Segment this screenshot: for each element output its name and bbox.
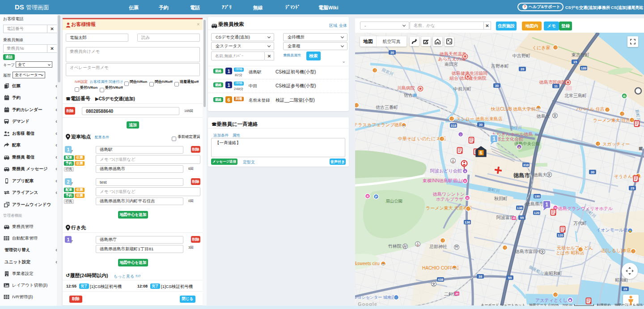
svg-text:ホテルプラザ: ホテルプラザ bbox=[436, 197, 463, 202]
svg-text:🍴: 🍴 bbox=[373, 69, 377, 73]
svg-text:♦: ♦ bbox=[464, 169, 466, 173]
svg-text:阿波おどり会館: 阿波おどり会館 bbox=[430, 168, 462, 173]
svg-text:南昭和町: 南昭和町 bbox=[544, 271, 562, 276]
svg-text:徳島グランヴィリオホテル: 徳島グランヴィリオホテル bbox=[558, 206, 613, 211]
svg-text:⛪: ⛪ bbox=[517, 145, 521, 149]
svg-text:30: 30 bbox=[390, 51, 394, 55]
svg-text:30: 30 bbox=[495, 84, 499, 88]
svg-text:徳島市富田中: 徳島市富田中 bbox=[515, 249, 542, 254]
svg-text:東横INN徳島駅眉山口: 東横INN徳島駅眉山口 bbox=[422, 178, 466, 183]
svg-text:☕: ☕ bbox=[381, 262, 386, 266]
svg-text:🍴: 🍴 bbox=[466, 207, 470, 211]
svg-text:志(しるし)本店: 志(しるし)本店 bbox=[601, 248, 631, 253]
svg-text:38: 38 bbox=[479, 275, 482, 279]
svg-text:29: 29 bbox=[631, 186, 634, 190]
svg-text:文: 文 bbox=[540, 250, 544, 254]
svg-text:中華そば いのたに 本店: 中華そば いのたに 本店 bbox=[398, 136, 446, 141]
svg-text:パパベル 住吉店: パパベル 住吉店 bbox=[576, 107, 609, 112]
svg-text:ルヨシセンター 城南店: ルヨシセンター 城南店 bbox=[355, 295, 395, 300]
svg-text:☕: ☕ bbox=[402, 124, 406, 128]
svg-text:徳島ワシントン: 徳島ワシントン bbox=[432, 192, 465, 197]
svg-text:15: 15 bbox=[573, 60, 577, 64]
svg-text:🍴: 🍴 bbox=[596, 142, 600, 146]
svg-text:11: 11 bbox=[554, 84, 558, 88]
svg-text:中前川町: 中前川町 bbox=[453, 86, 471, 91]
svg-text:テラスカフェランプ徳島: テラスカフェランプ徳島 bbox=[355, 122, 403, 127]
svg-text:東吉野町: 東吉野町 bbox=[571, 52, 589, 57]
svg-text:スガッチィー: スガッチィー bbox=[602, 142, 630, 146]
svg-text:R: R bbox=[367, 195, 369, 198]
svg-text:♪: ♪ bbox=[460, 133, 462, 137]
svg-text:徳島市: 徳島市 bbox=[513, 172, 530, 179]
svg-text:🍴: 🍴 bbox=[503, 246, 507, 250]
svg-text:🍴: 🍴 bbox=[450, 117, 454, 121]
svg-text:アスティとくしま: アスティとくしま bbox=[535, 298, 572, 303]
svg-text:H: H bbox=[464, 180, 466, 183]
svg-text:🍴: 🍴 bbox=[355, 103, 359, 107]
svg-text:🍴: 🍴 bbox=[440, 137, 444, 141]
svg-text:136: 136 bbox=[517, 206, 523, 210]
svg-text:北常三島町: 北常三島町 bbox=[564, 93, 587, 98]
svg-text:🍴: 🍴 bbox=[630, 118, 634, 122]
svg-text:318: 318 bbox=[451, 124, 457, 128]
svg-text:竹林院: 竹林院 bbox=[388, 244, 402, 249]
svg-text:元祖セルフうどん: 元祖セルフうどん bbox=[557, 245, 593, 250]
svg-text:136: 136 bbox=[465, 220, 470, 224]
svg-text:120: 120 bbox=[558, 233, 564, 237]
svg-text:☕: ☕ bbox=[537, 106, 541, 110]
svg-text:&sweets ciru: &sweets ciru bbox=[355, 261, 380, 266]
svg-text:6: 6 bbox=[480, 150, 483, 155]
svg-text:1: 1 bbox=[545, 202, 548, 208]
svg-text:徳島大: 徳島大 bbox=[533, 172, 547, 177]
svg-text:助任川: 助任川 bbox=[510, 125, 522, 130]
svg-text:⛪: ⛪ bbox=[451, 159, 455, 163]
svg-text:39: 39 bbox=[521, 67, 524, 71]
svg-text:ラーメン東大 住吉店: ラーメン東大 住吉店 bbox=[593, 118, 635, 123]
svg-text:あらたえの湯: あらたえの湯 bbox=[438, 56, 466, 61]
svg-text:☕: ☕ bbox=[453, 266, 457, 270]
svg-text:30: 30 bbox=[479, 123, 483, 127]
svg-text:秋田町: 秋田町 bbox=[494, 196, 508, 201]
svg-text:29: 29 bbox=[623, 287, 627, 291]
svg-text:⛩: ⛩ bbox=[454, 245, 458, 249]
svg-text:🍴: 🍴 bbox=[441, 239, 445, 243]
svg-text:189: 189 bbox=[581, 66, 587, 70]
svg-text:55: 55 bbox=[508, 276, 512, 280]
svg-text:イオンモール徳島: イオンモール徳島 bbox=[596, 227, 632, 232]
svg-text:吉野本町: 吉野本町 bbox=[491, 64, 509, 69]
svg-text:🔒: 🔒 bbox=[628, 229, 632, 233]
svg-text:🍴: 🍴 bbox=[554, 46, 558, 50]
svg-text:佐古: 佐古 bbox=[404, 93, 413, 98]
svg-text:55: 55 bbox=[520, 216, 524, 220]
svg-text:徳島大: 徳島大 bbox=[536, 114, 550, 119]
svg-text:🍴: 🍴 bbox=[620, 112, 624, 116]
svg-text:JR: JR bbox=[455, 292, 459, 295]
svg-text:30: 30 bbox=[591, 170, 594, 174]
svg-text:🛒: 🛒 bbox=[394, 296, 398, 300]
svg-text:190: 190 bbox=[534, 194, 540, 198]
svg-text:眉山公園: 眉山公園 bbox=[386, 198, 402, 203]
svg-text:佐古三番町: 佐古三番町 bbox=[376, 105, 398, 110]
svg-text:徳島天然温泉: 徳島天然温泉 bbox=[439, 52, 466, 56]
svg-text:♻: ♻ bbox=[623, 94, 626, 98]
svg-text:川島病院: 川島病院 bbox=[397, 86, 415, 90]
svg-text:■: ■ bbox=[569, 298, 572, 302]
svg-text:文: 文 bbox=[547, 173, 551, 177]
svg-text:快活CLUB 徳島大学前店: 快活CLUB 徳島大学前店 bbox=[491, 107, 540, 112]
svg-text:文: 文 bbox=[432, 282, 436, 286]
svg-text:P: P bbox=[375, 195, 377, 198]
svg-text:南田宮: 南田宮 bbox=[445, 62, 458, 67]
svg-text:318: 318 bbox=[523, 163, 529, 167]
svg-text:1: 1 bbox=[492, 136, 496, 142]
svg-text:🍴: 🍴 bbox=[631, 249, 636, 253]
svg-text:JR: JR bbox=[512, 217, 516, 219]
svg-text:万代町: 万代町 bbox=[573, 221, 587, 226]
svg-text:H: H bbox=[466, 197, 469, 200]
svg-text:438: 438 bbox=[438, 278, 444, 282]
svg-text:ラーメン東大 大道本店: ラーメン東大 大道本店 bbox=[426, 206, 472, 210]
svg-text:🍴: 🍴 bbox=[606, 108, 610, 112]
svg-text:くにき家: くにき家 bbox=[532, 45, 551, 50]
svg-text:スシロー 徳島出来島店: スシロー 徳島出来島店 bbox=[456, 116, 502, 121]
svg-text:徳島市民病院: 徳島市民病院 bbox=[539, 80, 566, 85]
svg-text:卍: 卍 bbox=[403, 245, 407, 249]
